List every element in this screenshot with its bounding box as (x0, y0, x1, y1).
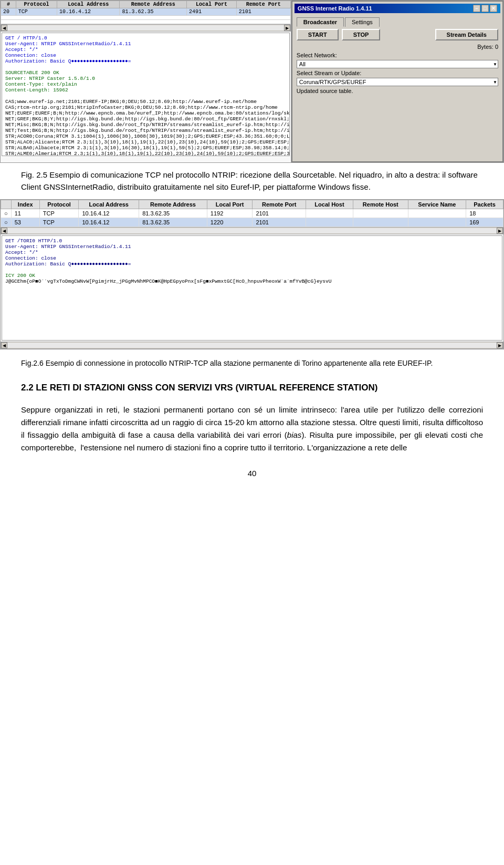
terminal-line-11 (5, 93, 286, 99)
rhost-53 (353, 218, 408, 227)
empty-row-1 (1, 16, 291, 20)
mid-bottom-scroll-track (7, 343, 497, 348)
cell-remote: 81.3.62.35 (120, 8, 187, 16)
cell-num: 20 (1, 8, 16, 16)
gnss-window: GNSS Internet Radio 1.4.11 − □ ✕ Broadca… (291, 1, 503, 162)
mid-bottom-scroll-right[interactable]: ▶ (497, 342, 503, 348)
fig25-caption: Fig. 2.5 Esempio di comunicazione TCP ne… (21, 169, 483, 193)
close-btn[interactable]: ✕ (490, 5, 497, 12)
index-53: 53 (11, 218, 39, 227)
col-local: Local Address (57, 1, 120, 8)
network-table-mid: Index Protocol Local Address Remote Addr… (1, 200, 503, 227)
col-protocol: Protocol (16, 1, 57, 8)
lport-11: 1192 (207, 209, 253, 218)
left-panel: # Protocol Local Address Remote Address … (1, 1, 291, 162)
cell-protocol: TCP (16, 8, 57, 16)
stop-button[interactable]: STOP (342, 29, 381, 40)
terminal-line-9: Content-Type: text/plain (5, 81, 286, 87)
packets-53: 169 (466, 218, 503, 227)
scroll-left-btn[interactable]: ◀ (1, 25, 7, 31)
horizontal-scrollbar-top[interactable]: ◀ ▶ (1, 24, 291, 32)
select-stream-label-row: Select Stream or Update: (297, 70, 498, 76)
cell-rport: 2101 (236, 8, 290, 16)
gnss-title-bar: GNSS Internet Radio 1.4.11 − □ ✕ (295, 4, 500, 13)
maximize-btn[interactable]: □ (481, 5, 489, 12)
col-remote: Remote Address (120, 1, 187, 8)
select-arrow-network: ▼ (493, 62, 497, 67)
tab-settings[interactable]: Settings (345, 17, 380, 27)
mid-scrollbar[interactable]: ◀ ▶ (1, 227, 503, 234)
col-lhost: Local Host (306, 200, 353, 209)
gnss-body: Broadcaster Settings START STOP Stream D… (295, 15, 500, 96)
terminal-line-16: NET;Misc;BKG;B;N;http://igs.bkg.bund.de/… (5, 122, 286, 128)
mid-bottom-scroll-left[interactable]: ◀ (1, 342, 7, 348)
local-11: 10.16.4.12 (79, 209, 139, 218)
stream-details-button[interactable]: Stream Details (435, 29, 498, 40)
terminal-line-2: User-Agent: NTRIP GNSSInternetRadio/1.4.… (5, 41, 286, 47)
terminal-line-12: CAS;www.euref-ip.net;2101;EUREF-IP;BKG;0… (5, 99, 286, 105)
table-row-11[interactable]: ○ 11 TCP 10.16.4.12 81.3.62.35 1192 2101… (1, 209, 503, 218)
section-heading: 2.2 LE RETI DI STAZIONI GNSS CON SERVIZI… (0, 371, 504, 399)
terminal-line-19: STR;ALAC0;Alicante;RTCM 2.3;1(1),3(10),1… (5, 139, 286, 145)
mid-line-5: Authorization: Basic Q●●●●●●●●●●●●●●●●●●… (5, 261, 499, 267)
packets-11: 18 (466, 209, 503, 218)
bytes-value: 0 (495, 44, 498, 50)
terminal-line-14: NET;EUREF;EUREF;B;N;http://www.epncb.oma… (5, 110, 286, 116)
minimize-btn[interactable]: − (473, 5, 480, 12)
tab-broadcaster[interactable]: Broadcaster (297, 17, 344, 27)
col-radio (1, 200, 12, 209)
scroll-right-btn[interactable]: ▶ (284, 25, 290, 31)
terminal-line-4: Connection: close (5, 53, 286, 58)
terminal-line-20: STR;ALBA0;Albacete;RTCM 2.3;1(1),3(10),1… (5, 145, 286, 151)
network-table-top: # Protocol Local Address Remote Address … (1, 1, 291, 24)
terminal-line-21: STR;ALME0;Almeria;RTCM 2.3;1(1),3(10),18… (5, 151, 286, 156)
col-local-mid: Local Address (79, 200, 139, 209)
title-controls: − □ ✕ (473, 5, 497, 12)
col-lport-mid: Local Port (207, 200, 253, 209)
mid-line-8: J@GCEhm{oP■O``vgTxToDmgCWNvW[PgimjrHz_jP… (5, 279, 499, 284)
mid-line-7: ICY 200 OK (5, 273, 499, 279)
terminal-line-17: NET;Test;BKG;B;N;http://igs.bkg.bund.de/… (5, 128, 286, 133)
top-screenshot: # Protocol Local Address Remote Address … (0, 0, 504, 163)
paragraph-1: Seppure organizzati in reti, le stazioni… (21, 404, 483, 454)
table-row-53[interactable]: ○ 53 TCP 10.16.4.12 81.3.62.35 1220 2101… (1, 218, 503, 227)
lport-53: 1220 (207, 218, 253, 227)
col-service: Service Name (408, 200, 466, 209)
service-11 (408, 209, 466, 218)
stream-select[interactable]: Coruna/RTK/GPS/EUREF (297, 78, 498, 86)
radio-11: ○ (1, 209, 12, 218)
mid-line-6 (5, 267, 499, 273)
network-select[interactable]: All (297, 60, 498, 68)
bias-text: bias (287, 430, 302, 439)
mid-scroll-left[interactable]: ◀ (1, 228, 7, 234)
terminal-line-3: Accept: */* (5, 47, 286, 53)
mid-scroll-right[interactable]: ▶ (497, 228, 503, 234)
select-arrow-stream: ▼ (493, 80, 497, 85)
mid-line-3: Accept: */* (5, 250, 499, 255)
protocol-53: TCP (39, 218, 79, 227)
bytes-row: Bytes: 0 (297, 44, 498, 50)
network-select-wrapper: All ▼ (297, 60, 498, 68)
body-text-1: Seppure organizzati in reti, le stazioni… (0, 399, 504, 458)
col-rport: Remote Port (236, 1, 290, 8)
terminal-box-mid: GET /TORI0 HTTP/1.0 User-Agent: NTRIP GN… (2, 235, 502, 341)
terminal-line-1: GET / HTTP/1.0 (5, 35, 286, 41)
select-stream-label: Select Stream or Update: (297, 70, 362, 76)
select-network-label: Select Network: (297, 52, 337, 58)
fig26-caption-block: Fig.2.6 Esempio di connessione in protoc… (0, 355, 504, 371)
lhost-11 (306, 209, 353, 218)
col-lport: Local Port (187, 1, 237, 8)
gnss-window-title: GNSS Internet Radio 1.4.11 (298, 5, 372, 12)
col-num: # (1, 1, 16, 8)
table-row[interactable]: 20 TCP 10.16.4.12 81.3.62.35 2491 2101 (1, 8, 291, 16)
mid-bottom-scrollbar[interactable]: ◀ ▶ (1, 342, 503, 349)
remote-11: 81.3.62.35 (139, 209, 207, 218)
scroll-track (7, 25, 284, 30)
empty-row-2 (1, 20, 291, 24)
terminal-line-10: Content-Length: 15962 (5, 87, 286, 93)
mid-scroll-track (7, 228, 497, 233)
radio-53: ○ (1, 218, 12, 227)
mid-line-4: Connection: close (5, 255, 499, 261)
service-53 (408, 218, 466, 227)
start-button[interactable]: START (297, 29, 339, 40)
